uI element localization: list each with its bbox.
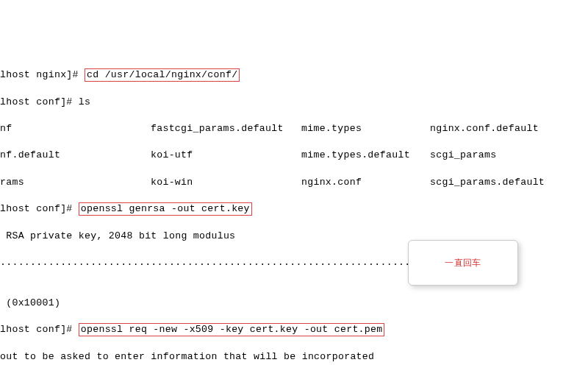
highlighted-command: openssl req -new -x509 -key cert.key -ou… — [79, 323, 385, 336]
file: koi-utf — [151, 149, 301, 162]
prompt: lhost conf]# — [0, 324, 79, 335]
terminal-output: lhost nginx]# cd /usr/local/nginx/conf/ … — [0, 54, 588, 368]
output-line: (0x10001) — [0, 297, 588, 310]
file: koi-win — [151, 176, 301, 189]
highlighted-command: cd /usr/local/nginx/conf/ — [85, 68, 240, 82]
file: nf.default — [0, 149, 151, 162]
cmd-line: lhost conf]# openssl req -new -x509 -key… — [0, 323, 588, 336]
prompt: lhost conf]# — [0, 203, 79, 214]
callout-text: 一直回车 — [445, 257, 481, 269]
ls-row: ramskoi-winnginx.confscgi_params.default — [0, 176, 588, 189]
file: nginx.conf.default — [430, 122, 588, 135]
ls-row: nffastcgi_params.defaultmime.typesnginx.… — [0, 122, 588, 135]
ls-row: nf.defaultkoi-utfmime.types.defaultscgi_… — [0, 149, 588, 162]
file: mime.types — [301, 122, 430, 135]
file: scgi_params.default — [430, 176, 588, 189]
cmd-line: lhost nginx]# cd /usr/local/nginx/conf/ — [0, 68, 588, 82]
file: nf — [0, 122, 151, 135]
file: rams — [0, 176, 151, 189]
output-line: out to be asked to enter information tha… — [0, 350, 588, 364]
highlighted-command: openssl genrsa -out cert.key — [79, 202, 252, 216]
annotation-callout: 一直回车 — [408, 240, 518, 286]
file: fastcgi_params.default — [151, 122, 301, 135]
file: scgi_params — [430, 149, 588, 162]
file: mime.types.default — [301, 149, 430, 162]
file: nginx.conf — [301, 176, 430, 189]
cmd-line: lhost conf]# ls — [0, 96, 588, 109]
prompt: lhost nginx]# — [0, 69, 85, 80]
cmd-line: lhost conf]# openssl genrsa -out cert.ke… — [0, 202, 588, 216]
